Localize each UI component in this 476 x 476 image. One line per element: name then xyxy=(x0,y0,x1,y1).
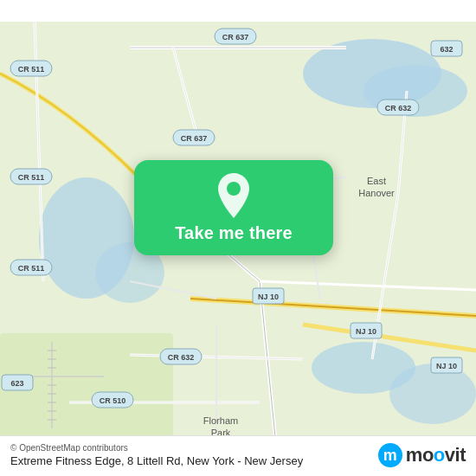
osm-credit: © OpenStreetMap contributors xyxy=(10,443,303,453)
svg-text:CR 511: CR 511 xyxy=(18,264,45,273)
svg-text:NJ 10: NJ 10 xyxy=(258,293,279,301)
svg-point-48 xyxy=(227,182,241,196)
svg-text:CR 637: CR 637 xyxy=(181,134,208,143)
svg-text:CR 637: CR 637 xyxy=(222,33,249,42)
map-container: CR 511 CR 511 CR 511 CR 637 CR 637 CR 63… xyxy=(0,0,476,476)
svg-text:NJ 10: NJ 10 xyxy=(436,362,457,370)
svg-text:CR 632: CR 632 xyxy=(168,353,195,362)
take-me-there-button[interactable]: Take me there xyxy=(134,160,333,255)
moovit-wordmark: moovit xyxy=(406,444,466,466)
svg-text:CR 510: CR 510 xyxy=(100,396,126,405)
location-info: © OpenStreetMap contributors Extreme Fit… xyxy=(10,443,303,467)
location-pin-icon xyxy=(215,173,253,218)
cta-label: Take me there xyxy=(175,223,293,243)
svg-text:NJ 10: NJ 10 xyxy=(356,327,376,336)
svg-text:CR 511: CR 511 xyxy=(18,65,45,74)
svg-text:CR 511: CR 511 xyxy=(18,173,45,182)
svg-text:Florham: Florham xyxy=(203,415,238,426)
moovit-logo: m moovit xyxy=(378,443,466,467)
location-name: Extreme Fitness Edge, 8 Littell Rd, New … xyxy=(10,454,303,467)
svg-text:632: 632 xyxy=(440,45,453,54)
bottom-bar: © OpenStreetMap contributors Extreme Fit… xyxy=(0,435,476,476)
svg-text:Hanover: Hanover xyxy=(358,188,395,198)
moovit-m-icon: m xyxy=(378,443,402,467)
svg-text:CR 632: CR 632 xyxy=(385,104,412,113)
svg-text:East: East xyxy=(367,176,386,186)
svg-text:623: 623 xyxy=(10,379,23,388)
